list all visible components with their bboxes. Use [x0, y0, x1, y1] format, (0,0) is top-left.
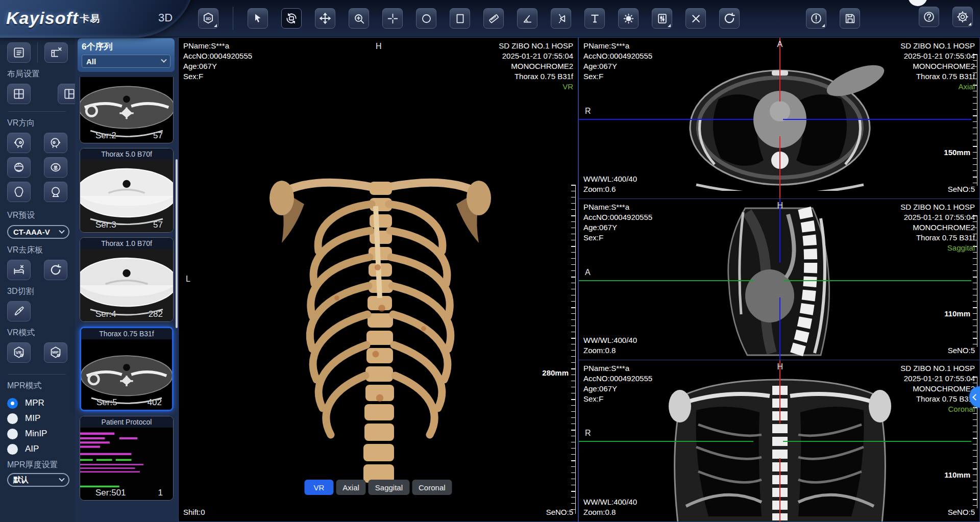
ruler-icon [487, 12, 500, 25]
axial-vertical-crosshair[interactable] [779, 38, 780, 198]
orientation-marker-left: R [585, 429, 591, 438]
zoom-button[interactable] [349, 8, 369, 29]
pan-button[interactable] [315, 8, 335, 29]
view-button-saggital[interactable]: Saggital [369, 480, 409, 495]
coronal-vertical-crosshair[interactable] [779, 360, 780, 521]
help-button[interactable] [919, 7, 939, 27]
series-title: Thorax 5.0 B70f [80, 148, 173, 160]
vr-preset-select[interactable]: CT-AAA-V [7, 225, 69, 239]
rect-roi-button[interactable] [450, 8, 470, 29]
mpr-radio-minip[interactable]: MinIP [7, 426, 75, 441]
head-right-button[interactable] [44, 133, 67, 153]
save-button[interactable] [840, 8, 860, 29]
head-posterior-button[interactable] [44, 182, 67, 202]
view-type-label: Axial [900, 82, 975, 92]
coronal-ct-image [655, 376, 905, 522]
3d-preset-button[interactable]: 3D [198, 8, 218, 29]
reset-button[interactable] [719, 8, 740, 29]
sagittal-horizontal-crosshair[interactable] [579, 280, 971, 281]
save-floppy-icon [844, 12, 856, 25]
series-thumbnail-ser3[interactable]: Thorax 5.0 B70f Ser:357 [80, 148, 174, 233]
coronal-horizontal-crosshair[interactable] [579, 441, 971, 442]
cursor-button[interactable] [248, 8, 268, 29]
head-superior-button[interactable] [7, 157, 31, 178]
vr-viewport[interactable]: PName:S***a AccNO:0004920555 Age:067Y Se… [178, 37, 578, 522]
vr-hexagon-icon: VR [12, 345, 26, 360]
orientation-marker-left: L [186, 275, 190, 284]
coronal-viewport[interactable]: PName:S***a AccNO:0004920555 Age:067Y Se… [578, 360, 980, 522]
head-superior-icon [12, 161, 26, 174]
settings-button[interactable] [952, 7, 973, 27]
crosshair-button[interactable] [382, 8, 403, 29]
sagittal-vertical-crosshair[interactable] [779, 199, 780, 360]
window-level-button[interactable] [618, 8, 639, 29]
cobb-angle-button[interactable] [551, 8, 571, 29]
series-thumbnail-ser501[interactable]: Patient Protocol Ser [80, 416, 174, 501]
head-left-button[interactable] [7, 133, 31, 153]
toolbar-separator [233, 7, 233, 30]
vr-mode-vr-button[interactable]: VR [7, 342, 31, 363]
scalpel-button[interactable] [7, 301, 31, 321]
patient-sex: Sex:F [583, 394, 652, 404]
report-warning-button[interactable] [806, 8, 826, 29]
view-button-vr[interactable]: VR [304, 480, 333, 495]
mpr-radio-mip[interactable]: MIP [7, 411, 75, 426]
axial-viewport[interactable]: PName:S***a AccNO:0004920555 Age:067Y Se… [578, 37, 980, 199]
orientation-marker-top: A [777, 40, 783, 49]
bed-reset-button[interactable] [44, 260, 67, 280]
study-datetime: 2025-01-21 07:55:04 [900, 374, 975, 384]
patient-accno: AccNO:0004920555 [583, 51, 652, 61]
series-number: Ser:2 [95, 131, 116, 141]
avatar[interactable] [908, 0, 927, 6]
vr-bed-label: VR去床板 [7, 245, 75, 256]
axial-horizontal-crosshair[interactable] [579, 119, 971, 120]
vr-scale-ruler [571, 185, 576, 514]
orientation-marker-left: R [585, 107, 591, 116]
ellipse-icon [420, 12, 433, 25]
mpr-radio-aip[interactable]: AIP [7, 441, 75, 457]
remove-bed-button[interactable] [7, 260, 31, 280]
close-panel-button[interactable] [44, 42, 68, 63]
view-button-axial[interactable]: Axial [336, 480, 366, 495]
view-button-coronal[interactable]: Coronal [412, 480, 452, 495]
rotate-3d-button[interactable] [281, 8, 302, 29]
text-annotation-button[interactable] [584, 8, 605, 29]
vr-mode-mip-button[interactable]: MIP [44, 342, 67, 363]
series-list-button[interactable] [7, 42, 31, 63]
vr-scale-label: 280mm [542, 368, 569, 377]
ruler-button[interactable] [483, 8, 504, 29]
image-count: 402 [148, 397, 162, 408]
delete-button[interactable] [685, 8, 706, 29]
study-datetime: 2025-01-21 07:55:04 [900, 212, 975, 222]
brightness-sun-icon [622, 12, 635, 25]
series-thumbnail-ser2[interactable]: Ser:257 [80, 77, 174, 143]
series-filter-select[interactable]: All [82, 55, 170, 68]
head-anterior-button[interactable] [7, 182, 31, 202]
series-desc: Thorax 0.75 B31f [900, 71, 975, 82]
series-thumbnail-ser4[interactable]: Thorax 1.0 B70f Ser:4282 [80, 237, 174, 322]
radio-label: MPR [25, 398, 44, 408]
image-count: 57 [153, 131, 163, 141]
head-inferior-button[interactable] [44, 157, 67, 178]
app-logo: Kayisoft卡易 [6, 8, 100, 28]
series-scrollbar[interactable] [176, 159, 178, 328]
series-thumbnail-ser5-selected[interactable]: Thorax 0.75 B31f Ser:5402 [80, 327, 174, 411]
rotate-3d-icon [285, 12, 298, 25]
mpr-radio-mpr[interactable]: MPR [7, 395, 75, 411]
adjust-panel-button[interactable] [652, 8, 672, 29]
study-info-overlay: SD ZIBO NO.1 HOSP 2025-01-21 07:55:04 MO… [900, 363, 975, 414]
patient-name: PName:S***a [583, 41, 652, 51]
svg-text:VR: VR [16, 351, 21, 355]
ellipse-roi-button[interactable] [416, 8, 436, 29]
patient-sex: Sex:F [183, 71, 252, 82]
view-type-label: Saggital [900, 243, 975, 253]
vr-rendered-image [265, 145, 495, 504]
vr-preset-label: VR预设 [7, 210, 75, 221]
angle-button[interactable] [517, 8, 537, 29]
grid-2x2-layout-button[interactable] [7, 84, 31, 104]
hospital-name: SD ZIBO NO.1 HOSP [900, 41, 975, 51]
toolbar-tools: 3D [198, 7, 860, 30]
sagittal-viewport[interactable]: PName:S***a AccNO:0004920555 Age:067Y Se… [578, 198, 980, 360]
coronal-scale-label: 110mm [944, 470, 970, 479]
mpr-thickness-select[interactable]: 默认 [7, 473, 69, 487]
